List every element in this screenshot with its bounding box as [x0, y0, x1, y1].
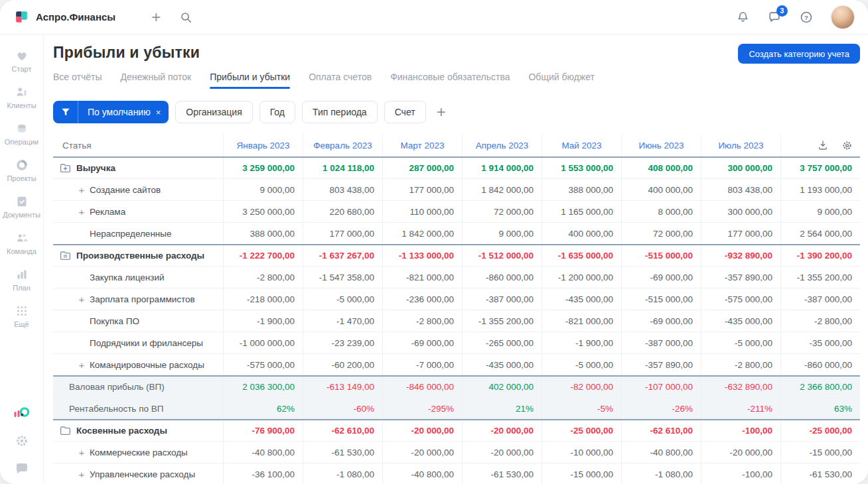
pnl-table: Статья Январь 2023Февраль 2023Март 2023А…: [53, 134, 860, 484]
search-icon[interactable]: [179, 11, 192, 24]
sidebar-item-plan[interactable]: План: [0, 261, 43, 298]
sidebar-nav: СтартКлиентыОперацииПроектыДокументыКома…: [0, 42, 43, 334]
article-cell[interactable]: +Покупка ПО: [53, 310, 223, 332]
subtotal-label-cell: Валовая прибыль (ВП): [53, 377, 223, 397]
value-cell: 220 680,00: [303, 201, 382, 222]
value-cell: 9 000,00: [462, 223, 542, 244]
value-cell: -387 000,00: [780, 288, 860, 310]
sidebar-item-projects[interactable]: Проекты: [0, 152, 43, 188]
article-label: Реклама: [90, 207, 125, 217]
article-cell[interactable]: +Реклама: [53, 201, 223, 222]
article-cell[interactable]: +Командировочные расходы: [53, 354, 223, 375]
sidebar-item-label: Старт: [12, 65, 32, 73]
expand-plus-icon[interactable]: +: [77, 469, 86, 480]
tab-profit-loss[interactable]: Прибыли и убытки: [210, 72, 290, 89]
value-cell: 177 000,00: [382, 179, 462, 200]
value-cell: -387 000,00: [621, 332, 701, 353]
filter-chip-period-type[interactable]: Тип периода: [302, 101, 378, 123]
article-cell[interactable]: +Коммерческие расходы: [53, 442, 223, 463]
value-cell: 8 000,00: [621, 201, 701, 222]
tab-all-reports[interactable]: Все отчёты: [53, 72, 102, 89]
table-row: +Нераспределенные388 000,00177 000,001 8…: [53, 222, 860, 244]
section-article-cell[interactable]: Косвенные расходы: [53, 420, 223, 441]
article-cell[interactable]: +Подрядчики и фрилансеры: [53, 332, 223, 353]
feedback-chat-icon[interactable]: [14, 461, 30, 476]
funnel-icon: [53, 101, 78, 123]
expand-plus-icon[interactable]: +: [77, 359, 86, 371]
expand-plus-icon[interactable]: +: [77, 184, 86, 196]
article-label: Коммерческие расходы: [90, 448, 188, 457]
expand-plus-icon[interactable]: +: [77, 206, 86, 217]
value-cell: -20 000,00: [701, 442, 780, 463]
clear-filter-icon[interactable]: ×: [156, 107, 161, 117]
sidebar-item-documents[interactable]: Документы: [0, 188, 43, 225]
help-icon[interactable]: ?: [799, 10, 814, 25]
value-cell: 72 000,00: [462, 201, 542, 222]
value-cell: -846 000,00: [382, 377, 462, 397]
value-cell: 287 000,00: [382, 158, 462, 178]
sidebar-item-team[interactable]: Команда: [0, 225, 43, 261]
article-label: Закупка лицензий: [90, 272, 164, 282]
value-cell: -25 000,00: [542, 420, 621, 441]
table-row: +Зарплата программистов-218 000,00-5 000…: [53, 288, 860, 310]
sidebar-item-clients[interactable]: Клиенты: [0, 79, 43, 115]
filter-chip-organization[interactable]: Организация: [175, 101, 252, 123]
value-cell: -2 800,00: [223, 267, 303, 288]
value-cell: 402 000,00: [462, 377, 542, 397]
expand-plus-icon[interactable]: +: [77, 447, 86, 458]
value-cell: -821 000,00: [542, 310, 621, 332]
tab-general-budget[interactable]: Общий бюджет: [528, 72, 594, 89]
value-cell: -40 800,00: [223, 442, 303, 463]
settings-gear-icon[interactable]: [14, 434, 30, 448]
download-icon[interactable]: [817, 139, 829, 151]
active-filter-label: По умолчанию: [88, 107, 151, 117]
sidebar-bottom: [13, 406, 31, 476]
table-row: +Коммерческие расходы-40 800,00-61 530,0…: [53, 441, 860, 463]
tab-invoice-payment[interactable]: Оплата счетов: [309, 72, 372, 89]
article-cell[interactable]: +Зарплата программистов: [53, 288, 223, 310]
expand-plus-icon[interactable]: +: [77, 294, 86, 305]
value-cell: -1 200 000,00: [542, 267, 621, 288]
article-cell[interactable]: +Создание сайтов: [53, 179, 223, 200]
subtotal-label-cell: Рентабельность по ВП: [53, 398, 223, 419]
sidebar-item-label: Ещё: [14, 320, 29, 328]
value-cell: -82 000,00: [542, 377, 621, 397]
user-avatar[interactable]: [831, 5, 855, 29]
table-settings-gear-icon[interactable]: [841, 139, 853, 152]
value-cell: 63%: [780, 398, 860, 419]
quick-add-button[interactable]: +: [151, 9, 161, 25]
value-cell: -387 000,00: [462, 288, 542, 310]
value-cell: 803 438,00: [701, 179, 780, 200]
value-cell: -435 000,00: [701, 310, 780, 332]
article-cell[interactable]: +Управленческие расходы: [53, 463, 223, 484]
filter-chip-year[interactable]: Год: [259, 101, 295, 123]
filter-default-button[interactable]: По умолчанию ×: [53, 101, 169, 123]
value-cell: -20 000,00: [382, 420, 462, 441]
tab-cash-flow[interactable]: Денежный поток: [120, 72, 191, 89]
sidebar-item-operations[interactable]: Операции: [0, 115, 43, 152]
value-cell: -36 100,00: [223, 463, 303, 484]
value-cell: -5 000,00: [701, 332, 780, 353]
value-cell: -61 530,00: [303, 442, 382, 463]
section-article-cell[interactable]: Выручка: [53, 158, 223, 178]
app-logo-icon: [13, 9, 30, 25]
add-filter-icon[interactable]: +: [437, 104, 446, 120]
sidebar-item-more[interactable]: Ещё: [0, 298, 43, 334]
create-category-button[interactable]: Создать категорию учета: [738, 44, 860, 64]
value-cell: -20 000,00: [462, 442, 542, 463]
value-cell: -1 512 000,00: [462, 245, 542, 266]
value-cell: -295%: [382, 398, 462, 419]
section-article-cell[interactable]: Производственные расходы: [53, 245, 223, 266]
product-logo-icon[interactable]: [13, 406, 31, 420]
filter-chip-account[interactable]: Счет: [384, 101, 426, 123]
notifications-bell-icon[interactable]: [736, 10, 750, 24]
sidebar-item-start[interactable]: Старт: [0, 42, 43, 79]
value-cell: -20 000,00: [382, 442, 462, 463]
value-cell: 408 000,00: [621, 158, 701, 178]
article-cell[interactable]: +Нераспределенные: [53, 223, 223, 244]
article-cell[interactable]: +Закупка лицензий: [53, 267, 223, 288]
messages-chat-icon[interactable]: 3: [767, 10, 782, 25]
value-cell: 62%: [223, 398, 303, 419]
tab-financial-liabilities[interactable]: Финансовые обязательства: [390, 72, 510, 89]
table-header-tools: [780, 134, 860, 156]
